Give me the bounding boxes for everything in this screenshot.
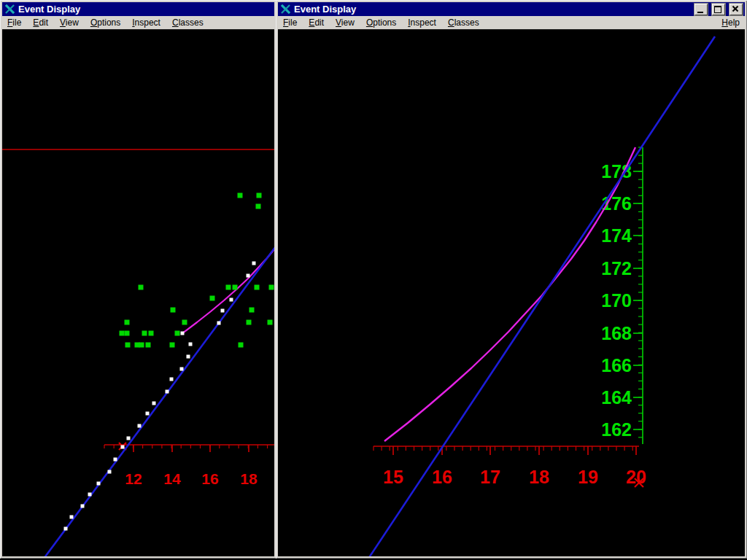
x11-logo-icon bbox=[280, 4, 291, 14]
detector-hit bbox=[182, 320, 187, 325]
close-button[interactable] bbox=[729, 4, 743, 15]
detector-hit bbox=[210, 296, 215, 301]
window-title: Event Display bbox=[18, 4, 80, 15]
detector-hit bbox=[175, 331, 180, 336]
right-event-plot-canvas[interactable]: 151617181920178176174172170168166164162 bbox=[278, 29, 745, 556]
minimize-button[interactable] bbox=[694, 4, 708, 15]
track-hit bbox=[64, 527, 68, 531]
x-axis-tick-label: 18 bbox=[240, 470, 258, 487]
x-axis-tick-label: 17 bbox=[480, 467, 500, 487]
menu-options[interactable]: Options bbox=[90, 18, 120, 28]
menubar-left: File Edit View Options Inspect Classes bbox=[2, 16, 274, 30]
detector-hit bbox=[149, 331, 154, 336]
detector-hit bbox=[256, 204, 261, 209]
track-hit bbox=[189, 343, 193, 346]
track-hit bbox=[121, 446, 125, 449]
menu-options[interactable]: Options bbox=[366, 18, 396, 28]
detector-hit bbox=[249, 308, 255, 313]
y-axis-tick-label: 172 bbox=[601, 258, 632, 279]
track-hit bbox=[170, 378, 174, 381]
x-axis-tick-label: 16 bbox=[201, 470, 218, 487]
x-axis-tick-label: 15 bbox=[383, 467, 403, 487]
fit-curve bbox=[384, 147, 635, 441]
detector-hit bbox=[255, 285, 260, 290]
titlebar-left[interactable]: Event Display bbox=[2, 2, 274, 16]
track-hit bbox=[146, 412, 150, 416]
y-axis-tick-label: 162 bbox=[601, 419, 632, 440]
track-hit bbox=[252, 262, 256, 265]
minimize-icon bbox=[697, 12, 703, 13]
detector-hit bbox=[226, 285, 231, 290]
track-hit bbox=[138, 424, 142, 428]
track-hit bbox=[217, 322, 221, 325]
menu-view[interactable]: View bbox=[60, 18, 79, 28]
detector-hit bbox=[139, 285, 144, 290]
menubar-right: File Edit View Options Inspect Classes H… bbox=[278, 16, 745, 30]
track-hit bbox=[181, 332, 185, 335]
track-hit bbox=[108, 470, 112, 474]
track-hit bbox=[166, 390, 169, 394]
desktop: { "colors": { "titlebar_bg": "#00007e", … bbox=[0, 0, 747, 560]
detector-hit bbox=[125, 331, 130, 336]
detector-hit bbox=[170, 343, 175, 348]
detector-hit bbox=[268, 320, 273, 325]
x-axis-tick-label: 18 bbox=[529, 467, 549, 487]
menu-inspect[interactable]: Inspect bbox=[132, 18, 160, 28]
detector-hit bbox=[247, 320, 252, 325]
menu-edit[interactable]: Edit bbox=[309, 18, 324, 28]
menu-classes[interactable]: Classes bbox=[448, 18, 479, 28]
track-hit bbox=[88, 493, 92, 497]
menu-file[interactable]: File bbox=[283, 18, 297, 28]
detector-hit bbox=[238, 193, 243, 198]
detector-hit bbox=[239, 343, 244, 348]
maximize-icon bbox=[714, 6, 721, 13]
detector-hit bbox=[120, 331, 125, 336]
menu-inspect[interactable]: Inspect bbox=[408, 18, 436, 28]
y-axis-tick-label: 168 bbox=[601, 323, 632, 343]
y-axis-tick-label: 170 bbox=[601, 290, 632, 311]
detector-hit bbox=[125, 343, 131, 348]
window-title: Event Display bbox=[294, 4, 356, 15]
x-axis-tick-label: 12 bbox=[125, 470, 142, 487]
detector-hit bbox=[233, 285, 238, 290]
menu-edit[interactable]: Edit bbox=[33, 18, 48, 28]
track-hit bbox=[221, 309, 225, 313]
titlebar-right[interactable]: Event Display bbox=[278, 2, 745, 16]
maximize-button[interactable] bbox=[712, 4, 725, 15]
track-hit bbox=[81, 505, 85, 508]
menu-help[interactable]: Help bbox=[721, 18, 740, 28]
track-hit bbox=[97, 482, 101, 486]
track-hit bbox=[127, 437, 131, 440]
track-hit bbox=[152, 402, 156, 405]
detector-hit bbox=[146, 343, 151, 348]
track-hit bbox=[247, 274, 250, 278]
menu-view[interactable]: View bbox=[336, 18, 355, 28]
left-event-plot-canvas[interactable]: 12141618 bbox=[2, 29, 274, 556]
x-axis-tick-label: 16 bbox=[432, 467, 452, 487]
x-axis-tick-label: 20 bbox=[626, 467, 646, 487]
track-line bbox=[44, 246, 274, 556]
detector-hit bbox=[125, 320, 130, 325]
track-hit bbox=[187, 355, 190, 359]
menu-classes[interactable]: Classes bbox=[172, 18, 204, 28]
y-axis-tick-label: 166 bbox=[601, 355, 632, 376]
track-hit bbox=[180, 368, 184, 371]
x-axis-tick-label: 19 bbox=[578, 467, 598, 487]
detector-hit bbox=[269, 285, 274, 290]
track-hit bbox=[70, 516, 74, 519]
menu-file[interactable]: File bbox=[7, 18, 21, 28]
fit-curve bbox=[182, 249, 274, 333]
track-hit bbox=[230, 298, 233, 302]
track-hit bbox=[114, 458, 117, 462]
y-axis-tick-label: 174 bbox=[601, 225, 632, 246]
detector-hit bbox=[142, 331, 147, 336]
detector-hit bbox=[135, 343, 140, 348]
detector-hit bbox=[171, 308, 176, 313]
y-axis-tick-label: 176 bbox=[601, 193, 632, 214]
y-axis-tick-label: 164 bbox=[601, 387, 632, 408]
detector-hit bbox=[139, 343, 144, 348]
x-axis-tick-label: 14 bbox=[163, 470, 181, 487]
x11-logo-icon bbox=[4, 4, 15, 14]
detector-hit bbox=[257, 193, 262, 198]
